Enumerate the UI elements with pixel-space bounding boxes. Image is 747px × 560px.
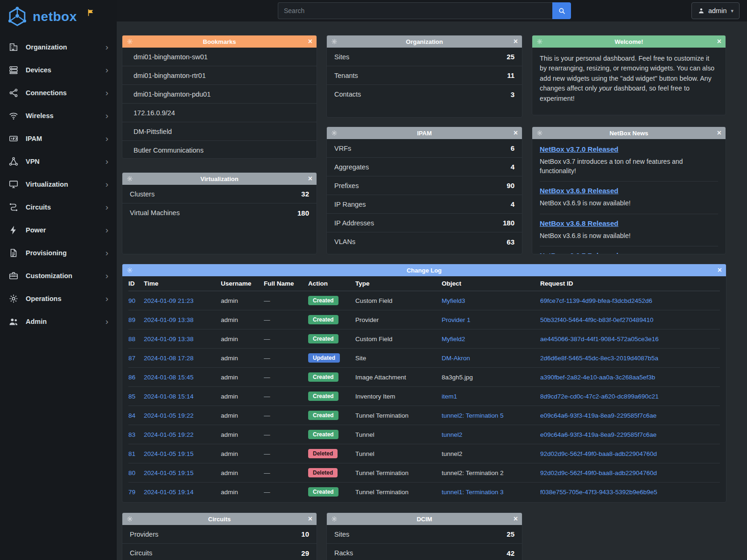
changelog-object-link[interactable]: Myfield3	[442, 297, 465, 304]
news-link[interactable]: NetBox v3.6.7 Released	[540, 252, 618, 254]
changelog-request-link[interactable]: 2d6d6e8f-5465-45dc-8ec3-2019d4087b5a	[540, 355, 658, 362]
gear-icon[interactable]	[127, 516, 133, 522]
sidebar-item-power[interactable]: Power›	[0, 218, 117, 241]
close-icon[interactable]: ×	[308, 175, 312, 182]
sidebar-item-organization[interactable]: Organization›	[0, 35, 117, 58]
close-icon[interactable]: ×	[514, 515, 518, 523]
close-icon[interactable]: ×	[514, 38, 518, 45]
changelog-time-link[interactable]: 2024-01-08 15:45	[144, 374, 194, 381]
changelog-object-link[interactable]: item1	[442, 393, 457, 400]
brand[interactable]: netbox	[0, 0, 117, 34]
changelog-object-link[interactable]: tunnel1: Termination 3	[442, 489, 504, 496]
close-icon[interactable]: ×	[717, 129, 721, 137]
stat-row[interactable]: IP Addresses180	[327, 214, 522, 232]
stat-row[interactable]: Prefixes90	[327, 176, 522, 195]
changelog-time-link[interactable]: 2024-01-05 19:14	[144, 489, 194, 496]
stat-row[interactable]: Racks42	[327, 544, 522, 560]
sidebar-item-operations[interactable]: Operations›	[0, 287, 117, 310]
stat-row[interactable]: Providers10	[122, 525, 317, 544]
changelog-id-link[interactable]: 86	[128, 374, 135, 381]
gear-icon[interactable]	[331, 516, 338, 522]
changelog-time-link[interactable]: 2024-01-08 15:14	[144, 393, 194, 400]
changelog-request-link[interactable]: 50b32f40-5464-4f9c-b83f-0ef270489410	[540, 316, 653, 323]
changelog-id-link[interactable]: 80	[128, 469, 135, 476]
changelog-request-link[interactable]: 92d02d9c-562f-49f0-baa8-adb22904760d	[540, 450, 657, 457]
close-icon[interactable]: ×	[514, 129, 518, 137]
gear-icon[interactable]	[536, 130, 543, 136]
sidebar-item-admin[interactable]: Admin›	[0, 310, 117, 333]
stat-row[interactable]: Clusters32	[122, 185, 317, 203]
gear-icon[interactable]	[536, 38, 543, 45]
gear-icon[interactable]	[127, 38, 133, 45]
stat-row[interactable]: Circuits29	[122, 544, 317, 560]
stat-row[interactable]: VLANs63	[327, 232, 522, 251]
news-link[interactable]: NetBox v3.7.0 Released	[540, 145, 618, 153]
stat-row[interactable]: Sites25	[327, 48, 522, 66]
stat-row[interactable]: Contacts3	[327, 85, 522, 104]
changelog-id-link[interactable]: 90	[128, 297, 135, 304]
changelog-object-link[interactable]: Provider 1	[442, 316, 471, 323]
changelog-time-link[interactable]: 2024-01-05 19:15	[144, 469, 194, 476]
gear-icon[interactable]	[331, 38, 338, 45]
bookmark-item[interactable]: 172.16.0.9/24	[122, 104, 317, 122]
changelog-request-link[interactable]: e09c64a6-93f3-419a-8ea9-229585f7c6ae	[540, 412, 656, 419]
stat-row[interactable]: Aggregates4	[327, 158, 522, 176]
bookmark-item[interactable]: dmi01-binghamton-pdu01	[122, 85, 317, 104]
changelog-id-link[interactable]: 85	[128, 393, 135, 400]
user-menu[interactable]: admin ▾	[691, 2, 740, 19]
bookmark-item[interactable]: dmi01-binghamton-rtr01	[122, 66, 317, 85]
changelog-id-link[interactable]: 84	[128, 412, 135, 419]
changelog-id-link[interactable]: 79	[128, 489, 135, 496]
changelog-time-link[interactable]: 2024-01-05 19:22	[144, 431, 194, 438]
sidebar-item-devices[interactable]: Devices›	[0, 58, 117, 81]
sidebar-item-connections[interactable]: Connections›	[0, 81, 117, 104]
close-icon[interactable]: ×	[308, 38, 312, 45]
close-icon[interactable]: ×	[717, 38, 721, 45]
search-input[interactable]	[278, 2, 552, 19]
changelog-time-link[interactable]: 2024-01-05 19:22	[144, 412, 194, 419]
changelog-time-link[interactable]: 2024-01-09 13:38	[144, 336, 194, 343]
gear-icon[interactable]	[127, 267, 133, 273]
bookmark-item[interactable]: Butler Communications	[122, 141, 317, 159]
changelog-time-link[interactable]: 2024-01-09 13:38	[144, 316, 194, 323]
sidebar-item-vpn[interactable]: VPN›	[0, 150, 117, 173]
sidebar-item-wireless[interactable]: Wireless›	[0, 104, 117, 127]
stat-row[interactable]: Tenants11	[327, 66, 522, 85]
changelog-id-link[interactable]: 89	[128, 316, 135, 323]
changelog-request-link[interactable]: a390fbef-2a82-4e10-aa0a-3c268aa5ef3b	[540, 374, 655, 381]
changelog-request-link[interactable]: ae445066-387d-44f1-9084-572a05ce3e16	[540, 336, 659, 343]
changelog-time-link[interactable]: 2024-01-08 17:28	[144, 355, 194, 362]
gear-icon[interactable]	[331, 130, 338, 136]
changelog-request-link[interactable]: e09c64a6-93f3-419a-8ea9-229585f7c6ae	[540, 431, 656, 438]
changelog-request-link[interactable]: 69fce7cf-1139-4d99-bfea-f3dcbd2452d6	[540, 297, 652, 304]
sidebar-item-ipam[interactable]: IPAM›	[0, 127, 117, 150]
changelog-id-link[interactable]: 87	[128, 355, 135, 362]
stat-row[interactable]: VRFs6	[327, 139, 522, 158]
close-icon[interactable]: ×	[308, 515, 312, 523]
changelog-request-link[interactable]: f038e755-705e-47f3-9433-5392b9e6b9e5	[540, 489, 657, 496]
sidebar-item-circuits[interactable]: Circuits›	[0, 196, 117, 218]
stat-row[interactable]: Sites25	[327, 525, 522, 544]
gear-icon[interactable]	[127, 175, 133, 182]
changelog-time-link[interactable]: 2024-01-09 21:23	[144, 297, 194, 304]
news-link[interactable]: NetBox v3.6.8 Released	[540, 219, 618, 227]
changelog-time-link[interactable]: 2024-01-05 19:15	[144, 450, 194, 457]
changelog-id-link[interactable]: 81	[128, 450, 135, 457]
changelog-object-link[interactable]: Myfield2	[442, 336, 465, 343]
sidebar-item-virtualization[interactable]: Virtualization›	[0, 173, 117, 196]
sidebar-item-customization[interactable]: Customization›	[0, 264, 117, 287]
news-link[interactable]: NetBox v3.6.9 Released	[540, 187, 618, 195]
changelog-id-link[interactable]: 88	[128, 336, 135, 343]
changelog-request-link[interactable]: 8d9cd72e-cd0c-47c2-a620-dc899a690c21	[540, 393, 659, 400]
changelog-id-link[interactable]: 83	[128, 431, 135, 438]
stat-row[interactable]: IP Ranges4	[327, 195, 522, 214]
search-button[interactable]	[552, 2, 571, 19]
close-icon[interactable]: ×	[718, 266, 722, 274]
changelog-object-link[interactable]: DM-Akron	[442, 355, 470, 362]
changelog-object-link[interactable]: tunnel2	[442, 431, 462, 438]
sidebar-item-provisioning[interactable]: Provisioning›	[0, 241, 117, 264]
changelog-request-link[interactable]: 92d02d9c-562f-49f0-baa8-adb22904760d	[540, 469, 657, 476]
bookmark-item[interactable]: DM-Pittsfield	[122, 122, 317, 141]
changelog-object-link[interactable]: tunnel2: Termination 5	[442, 412, 504, 419]
bookmark-item[interactable]: dmi01-binghamton-sw01	[122, 48, 317, 66]
